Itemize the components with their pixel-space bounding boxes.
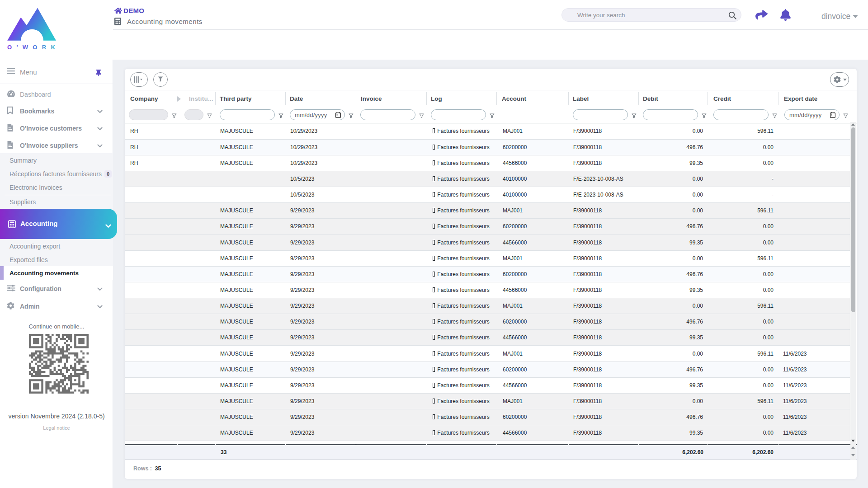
svg-text:O'WORK: O'WORK xyxy=(7,44,57,51)
